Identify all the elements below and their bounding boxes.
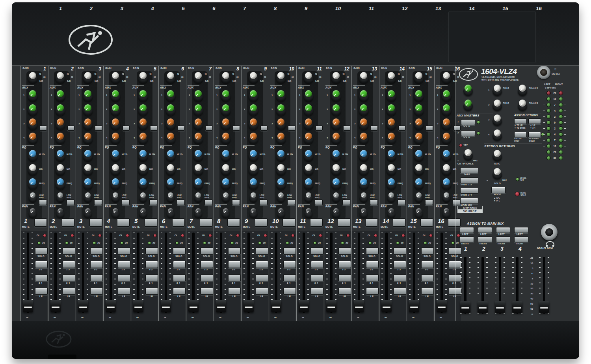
pan-knob[interactable] [194,208,203,218]
low-cut-button[interactable] [398,200,405,205]
sub-3-4-button[interactable] [338,274,351,281]
aux2-knob[interactable] [248,104,258,116]
gain-knob[interactable] [303,72,314,84]
solo-button[interactable] [256,248,268,255]
aux3-knob[interactable] [28,118,38,130]
fader-cap[interactable] [460,301,470,313]
cr-phones-knob[interactable] [463,149,473,161]
eq-hi-knob[interactable] [55,150,65,162]
source-mainmix-button[interactable] [460,198,478,204]
solo-button[interactable] [90,248,103,255]
aux3-knob[interactable] [386,118,396,130]
eq-low-knob[interactable] [332,192,340,203]
aux4-knob[interactable] [193,133,203,144]
aux2-knob[interactable] [359,104,369,116]
aux4-knob[interactable] [110,133,121,144]
aux3-knob[interactable] [55,118,65,130]
eq-low-knob[interactable] [221,192,230,203]
aux4-knob[interactable] [331,133,341,144]
aux1-knob[interactable] [110,90,121,102]
sub-1-2-button[interactable] [283,261,296,268]
eq-hi-knob[interactable] [83,150,93,162]
aux1-knob[interactable] [193,90,203,102]
fader-cap[interactable] [188,300,199,312]
eq-mid-knob[interactable] [83,164,93,176]
sub-3-4-button[interactable] [311,274,323,281]
option-returns-solo-button[interactable] [528,132,541,137]
aux4-knob[interactable] [359,133,369,144]
aux-shift-button[interactable] [40,126,47,131]
lr-button[interactable] [283,288,296,295]
lr-button[interactable] [228,288,241,295]
eq-mid-knob[interactable] [193,164,203,176]
aux2-knob[interactable] [83,104,93,116]
pan-knob[interactable] [166,208,175,218]
mute-button[interactable] [255,218,268,227]
aux2-knob[interactable] [386,104,396,116]
sub-3-4-button[interactable] [366,274,379,281]
lr-button[interactable] [35,288,48,295]
aux-shift-button[interactable] [260,126,268,131]
low-cut-button[interactable] [204,200,212,205]
fader-cap[interactable] [326,300,336,312]
fader-cap[interactable] [50,300,61,312]
sub-1-2-button[interactable] [338,261,351,268]
assign-right-button[interactable] [496,237,510,242]
pan-knob[interactable] [387,208,396,218]
return-to-aux2-knob[interactable] [517,100,528,111]
solo-button[interactable] [283,248,296,255]
gain-knob[interactable] [414,72,424,84]
aux-shift-button[interactable] [426,126,433,131]
solo-button[interactable] [338,248,351,255]
sub-3-4-button[interactable] [256,274,268,281]
pan-knob[interactable] [56,208,65,218]
gain-knob[interactable] [331,72,341,84]
gain-knob[interactable] [193,72,203,84]
aux4-knob[interactable] [386,133,396,144]
aux-shift-button[interactable] [343,126,350,131]
solo-button[interactable] [145,248,158,255]
eq-hi-knob[interactable] [165,150,176,162]
fader-cap[interactable] [478,301,488,313]
eq-freq-knob[interactable] [221,178,231,190]
low-cut-button[interactable] [287,200,295,205]
solo-button[interactable] [35,248,48,255]
aux3-knob[interactable] [303,118,314,130]
aux4-knob[interactable] [138,133,148,144]
lr-button[interactable] [256,288,268,295]
option-to-lr-subs-button[interactable] [514,118,527,124]
eq-low-knob[interactable] [249,192,258,203]
lr-button[interactable] [63,288,75,295]
return-3-knob[interactable] [492,115,502,126]
eq-freq-knob[interactable] [414,178,424,190]
sub-1-2-button[interactable] [90,261,103,268]
fader-cap[interactable] [133,300,143,312]
aux-master-2-solo-button[interactable] [461,130,475,136]
aux3-knob[interactable] [331,118,341,130]
eq-freq-knob[interactable] [331,178,341,190]
fader-cap[interactable] [216,300,226,312]
eq-mid-knob[interactable] [331,164,341,176]
lr-button[interactable] [421,288,434,295]
solo-button[interactable] [366,248,379,255]
aux4-knob[interactable] [165,133,176,144]
return-4-knob[interactable] [492,129,502,141]
sub-fader-3[interactable] [494,257,506,320]
mute-button[interactable] [338,218,350,227]
aux-shift-button[interactable] [288,126,295,131]
eq-freq-knob[interactable] [303,178,314,190]
option-crph-only-button[interactable] [514,132,527,137]
assign-right-button[interactable] [478,237,492,242]
gain-knob[interactable] [83,72,93,84]
eq-low-knob[interactable] [111,192,120,203]
eq-mid-knob[interactable] [138,164,148,176]
aux4-knob[interactable] [414,133,424,144]
low-cut-button[interactable] [232,200,240,205]
eq-hi-knob[interactable] [331,150,341,162]
eq-freq-knob[interactable] [83,178,93,190]
aux4-knob[interactable] [303,133,314,144]
aux4-knob[interactable] [83,133,93,144]
aux-shift-button[interactable] [67,126,74,131]
mute-button[interactable] [393,218,405,227]
eq-hi-knob[interactable] [248,150,258,162]
